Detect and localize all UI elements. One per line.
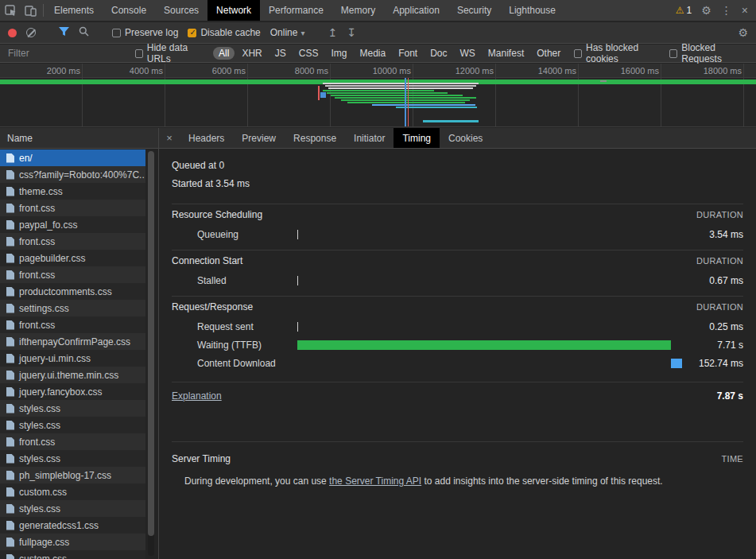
main-tab[interactable]: Memory: [332, 0, 384, 21]
main-tab[interactable]: Sources: [155, 0, 207, 21]
request-row[interactable]: front.css: [0, 266, 145, 283]
resource-type-chip[interactable]: All: [213, 47, 235, 60]
search-icon[interactable]: [79, 26, 89, 39]
warning-badge[interactable]: ⚠1: [676, 5, 692, 16]
file-document-icon: [6, 237, 14, 247]
server-timing-description: During development, you can use the Serv…: [172, 476, 743, 487]
request-row[interactable]: theme.css: [0, 183, 145, 200]
hide-data-urls-label: Hide data URLs: [147, 42, 205, 64]
request-row[interactable]: ifthenpayConfirmPage.css: [0, 333, 145, 350]
request-row[interactable]: front.css: [0, 316, 145, 333]
resource-type-chip[interactable]: Font: [393, 47, 423, 60]
main-tab[interactable]: Lighthouse: [500, 0, 564, 21]
network-settings-gear-icon[interactable]: ⚙: [738, 27, 748, 38]
blocked-requests-checkbox[interactable]: Blocked Requests: [669, 42, 748, 64]
throttling-dropdown[interactable]: Online ▾: [270, 27, 305, 38]
request-row[interactable]: generatedcss1.css: [0, 517, 145, 534]
server-timing-api-link[interactable]: the Server Timing API: [329, 476, 421, 487]
request-row[interactable]: productcomments.css: [0, 283, 145, 300]
close-devtools-icon[interactable]: ×: [742, 5, 748, 16]
request-row[interactable]: jquery.ui.theme.min.css: [0, 367, 145, 383]
request-row[interactable]: styles.css: [0, 417, 145, 433]
hide-data-urls-checkbox[interactable]: Hide data URLs: [135, 42, 205, 64]
main-tab[interactable]: Elements: [45, 0, 103, 21]
scrollbar-thumb[interactable]: [148, 151, 154, 536]
timeline-gridline: 6000 ms: [247, 64, 248, 126]
waterfall-bar: [328, 87, 473, 89]
request-row[interactable]: custom.css: [0, 550, 145, 559]
request-row[interactable]: en/: [0, 149, 145, 166]
export-har-icon[interactable]: ↧: [347, 26, 356, 39]
clear-icon[interactable]: [26, 28, 36, 37]
resource-type-chip[interactable]: Img: [325, 47, 352, 60]
resource-type-chip[interactable]: JS: [269, 47, 292, 60]
resource-type-chip[interactable]: CSS: [293, 47, 324, 60]
request-name: jquery.fancybox.css: [19, 386, 103, 398]
filter-funnel-icon[interactable]: [59, 27, 69, 39]
resource-type-chip[interactable]: Manifest: [483, 47, 529, 60]
network-overview[interactable]: 2000 ms 4000 ms 6000 ms 8000 ms 10000 ms: [0, 64, 756, 127]
request-name: theme.css: [19, 186, 63, 197]
checkbox-unchecked-icon: [112, 29, 121, 37]
explanation-link[interactable]: Explanation: [172, 390, 222, 402]
detail-tab[interactable]: Cookies: [440, 128, 491, 148]
device-toolbar-icon[interactable]: [25, 5, 37, 17]
timing-row-value: 0.25 ms: [684, 321, 743, 332]
request-row[interactable]: styles.css: [0, 500, 145, 517]
timeline-gridline: 14000 ms: [578, 64, 579, 126]
detail-tabs: × Headers Preview Response Initiator Tim…: [159, 128, 756, 149]
preserve-log-checkbox[interactable]: Preserve log: [112, 27, 178, 38]
main-tab[interactable]: Performance: [260, 0, 332, 21]
request-name: styles.css: [19, 420, 60, 431]
warning-count: 1: [687, 5, 692, 16]
scrollbar-track[interactable]: [148, 151, 154, 556]
inspect-element-icon[interactable]: [5, 5, 17, 17]
settings-gear-icon[interactable]: ⚙: [701, 5, 711, 16]
request-row[interactable]: front.css: [0, 433, 145, 450]
resource-type-chip[interactable]: Other: [531, 47, 566, 60]
name-column-header[interactable]: Name: [0, 128, 158, 149]
request-row[interactable]: jquery.fancybox.css: [0, 383, 145, 400]
file-document-icon: [6, 387, 14, 397]
disable-cache-label: Disable cache: [200, 27, 260, 38]
resource-type-chip[interactable]: Media: [354, 47, 391, 60]
request-name: custom.css: [19, 487, 67, 498]
kebab-menu-icon[interactable]: ⋮: [721, 5, 732, 16]
request-row[interactable]: jquery-ui.min.css: [0, 350, 145, 367]
request-row[interactable]: styles.css: [0, 400, 145, 417]
resource-type-chip[interactable]: Doc: [425, 47, 452, 60]
resource-type-chip[interactable]: XHR: [236, 47, 267, 60]
main-tab[interactable]: Network: [207, 0, 260, 21]
filter-input[interactable]: [8, 48, 127, 59]
main-tab[interactable]: Console: [103, 0, 155, 21]
disable-cache-checkbox[interactable]: Disable cache: [188, 27, 260, 38]
request-detail-panel: × Headers Preview Response Initiator Tim…: [159, 128, 756, 559]
main-tab[interactable]: Application: [384, 0, 448, 21]
timing-row-bar-cell: [297, 340, 684, 350]
detail-tab[interactable]: Response: [285, 128, 345, 148]
request-row[interactable]: ph_simpleblog-17.css: [0, 467, 145, 483]
has-blocked-cookies-checkbox[interactable]: Has blocked cookies: [574, 42, 661, 64]
request-row[interactable]: pagebuilder.css: [0, 250, 145, 266]
detail-tab[interactable]: Timing: [394, 128, 440, 148]
devtools-window: Elements Console Sources Network Perform…: [0, 0, 756, 559]
request-row[interactable]: fullpage.css: [0, 534, 145, 550]
close-detail-icon[interactable]: ×: [159, 128, 180, 148]
request-row[interactable]: front.css: [0, 200, 145, 216]
request-row[interactable]: settings.css: [0, 300, 145, 316]
warning-icon: ⚠: [676, 5, 684, 16]
request-row[interactable]: front.css: [0, 233, 145, 250]
request-row[interactable]: styles.css: [0, 450, 145, 467]
record-button[interactable]: [8, 29, 17, 37]
resource-type-filters: All XHR JS CSS Img Media Font Doc WS Man…: [213, 47, 566, 60]
detail-tab[interactable]: Initiator: [345, 128, 394, 148]
main-tab[interactable]: Security: [448, 0, 500, 21]
resource-type-chip[interactable]: WS: [455, 47, 481, 60]
request-row[interactable]: paypal_fo.css: [0, 216, 145, 233]
request-row[interactable]: css?family=Roboto:400%7C..: [0, 166, 145, 183]
detail-tab[interactable]: Headers: [180, 128, 233, 148]
file-document-icon: [6, 554, 14, 559]
detail-tab[interactable]: Preview: [233, 128, 285, 148]
import-har-icon[interactable]: ↥: [328, 26, 337, 39]
request-row[interactable]: custom.css: [0, 483, 145, 500]
